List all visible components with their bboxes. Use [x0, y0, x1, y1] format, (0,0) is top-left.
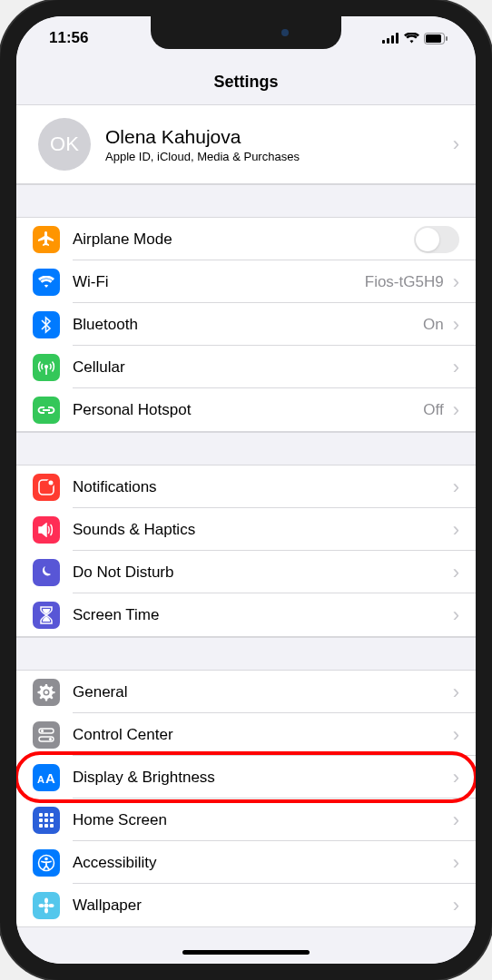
wifi-icon: [33, 269, 60, 296]
general-row[interactable]: General ›: [16, 671, 476, 713]
chevron-right-icon: ›: [453, 605, 459, 625]
screen: 11:56 Settings OK Olena Kahujova Apple I…: [16, 16, 476, 964]
home-screen-row[interactable]: Home Screen ›: [16, 799, 476, 841]
avatar: OK: [38, 118, 91, 171]
row-label: Personal Hotspot: [73, 401, 423, 419]
airplane-toggle[interactable]: [414, 226, 459, 253]
wallpaper-row[interactable]: Wallpaper ›: [16, 884, 476, 926]
chevron-right-icon: ›: [453, 853, 459, 873]
text-size-icon: AA: [33, 764, 60, 791]
toggle-knob: [416, 228, 439, 251]
airplane-icon: [33, 226, 60, 253]
page-header: Settings: [16, 60, 476, 105]
chevron-right-icon: ›: [453, 272, 459, 292]
notifications-row[interactable]: Notifications ›: [16, 466, 476, 508]
status-icons: [382, 33, 448, 44]
row-label: Wi-Fi: [73, 273, 365, 291]
display-notch: [151, 16, 341, 49]
screentime-row[interactable]: Screen Time ›: [16, 593, 476, 636]
chevron-right-icon: ›: [453, 134, 459, 154]
row-value: On: [423, 316, 444, 334]
svg-point-7: [45, 365, 48, 368]
hourglass-icon: [33, 602, 60, 629]
chevron-right-icon: ›: [453, 520, 459, 540]
svg-rect-0: [382, 40, 385, 44]
svg-text:A: A: [37, 774, 44, 785]
svg-rect-19: [39, 818, 43, 822]
svg-rect-23: [44, 824, 48, 828]
phone-frame: 11:56 Settings OK Olena Kahujova Apple I…: [0, 0, 492, 980]
chevron-right-icon: ›: [453, 315, 459, 335]
content-scroll[interactable]: OK Olena Kahujova Apple ID, iCloud, Medi…: [16, 105, 476, 964]
speaker-icon: [33, 516, 60, 544]
link-icon: [33, 397, 60, 424]
row-label: Home Screen: [73, 811, 451, 829]
svg-rect-5: [426, 34, 441, 43]
notifications-icon: [33, 474, 60, 501]
chevron-right-icon: ›: [453, 725, 459, 745]
wifi-row[interactable]: Wi-Fi Fios-tG5H9 ›: [16, 260, 476, 303]
svg-rect-1: [387, 38, 389, 44]
section-gap: [16, 184, 476, 217]
row-label: General: [73, 683, 451, 701]
svg-text:A: A: [45, 770, 55, 785]
svg-rect-16: [39, 813, 43, 817]
chevron-right-icon: ›: [453, 477, 459, 497]
svg-rect-6: [446, 36, 448, 41]
row-label: Display & Brightness: [73, 769, 451, 787]
profile-section: OK Olena Kahujova Apple ID, iCloud, Medi…: [16, 105, 476, 184]
svg-point-27: [44, 903, 49, 907]
cellular-signal-icon: [382, 33, 399, 44]
svg-point-26: [44, 857, 48, 860]
chevron-right-icon: ›: [453, 768, 459, 788]
svg-point-30: [39, 904, 44, 907]
profile-text: Olena Kahujova Apple ID, iCloud, Media &…: [105, 126, 451, 163]
profile-subtitle: Apple ID, iCloud, Media & Purchases: [105, 150, 451, 163]
svg-point-29: [44, 907, 48, 913]
profile-name: Olena Kahujova: [105, 126, 451, 148]
cellular-row[interactable]: Cellular ›: [16, 346, 476, 388]
sounds-row[interactable]: Sounds & Haptics ›: [16, 508, 476, 551]
chevron-right-icon: ›: [453, 400, 459, 420]
svg-rect-17: [44, 813, 48, 817]
bluetooth-row[interactable]: Bluetooth On ›: [16, 303, 476, 346]
row-label: Notifications: [73, 478, 451, 496]
svg-rect-20: [44, 818, 48, 822]
moon-icon: [33, 559, 60, 586]
antenna-icon: [33, 354, 60, 381]
svg-point-28: [44, 897, 48, 903]
clock-time: 11:56: [49, 29, 88, 47]
chevron-right-icon: ›: [453, 682, 459, 702]
battery-icon: [424, 33, 448, 44]
row-label: Accessibility: [73, 854, 451, 872]
flower-icon: [33, 892, 60, 919]
section-gap: [16, 432, 476, 465]
svg-rect-3: [396, 33, 399, 44]
row-label: Wallpaper: [73, 897, 451, 915]
gear-icon: [33, 679, 60, 706]
chevron-right-icon: ›: [453, 358, 459, 377]
svg-point-31: [49, 904, 54, 907]
control-center-row[interactable]: Control Center ›: [16, 713, 476, 756]
grid-icon: [33, 807, 60, 834]
apple-id-row[interactable]: OK Olena Kahujova Apple ID, iCloud, Medi…: [16, 105, 476, 183]
accessibility-row[interactable]: Accessibility ›: [16, 841, 476, 884]
chevron-right-icon: ›: [453, 810, 459, 830]
dnd-row[interactable]: Do Not Disturb ›: [16, 551, 476, 593]
switches-icon: [33, 721, 60, 749]
row-label: Bluetooth: [73, 316, 423, 334]
row-label: Do Not Disturb: [73, 564, 451, 582]
svg-point-9: [48, 479, 54, 485]
home-indicator[interactable]: [182, 950, 310, 955]
connectivity-group: Airplane Mode Wi-Fi Fios-tG5H9 › Bluetoo…: [16, 217, 476, 432]
hotspot-row[interactable]: Personal Hotspot Off ›: [16, 388, 476, 431]
chevron-right-icon: ›: [453, 563, 459, 583]
chevron-right-icon: ›: [453, 896, 459, 916]
svg-point-11: [41, 729, 44, 731]
row-value: Fios-tG5H9: [365, 273, 444, 291]
row-label: Screen Time: [73, 606, 451, 624]
svg-rect-18: [50, 813, 54, 817]
display-brightness-row[interactable]: AA Display & Brightness ›: [16, 756, 476, 799]
row-label: Control Center: [73, 726, 451, 744]
airplane-mode-row[interactable]: Airplane Mode: [16, 218, 476, 260]
